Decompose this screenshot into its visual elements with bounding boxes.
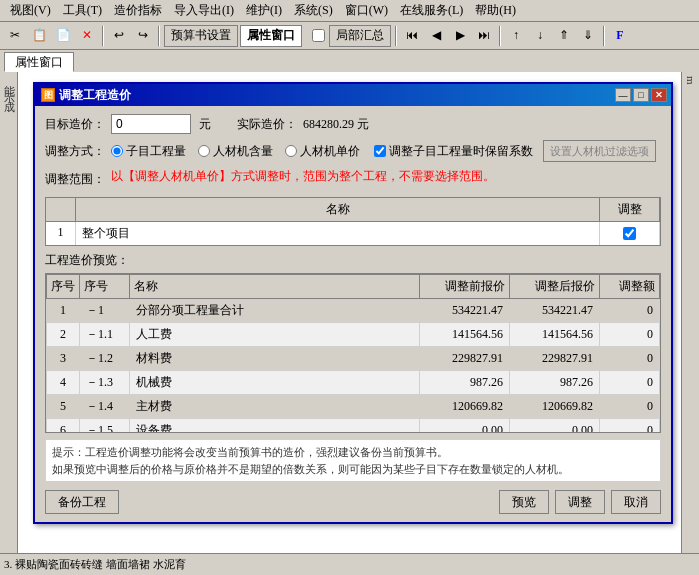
target-label: 目标造价： [45, 116, 105, 133]
sidebar-item-1[interactable]: 能 [0, 72, 19, 80]
bottom-right: 预览 调整 取消 [499, 490, 661, 514]
preview-row-1: 1 －1 分部分项工程量合计 534221.47 534221.47 0 [47, 299, 660, 323]
td-name-5: 主材费 [130, 395, 420, 419]
app-background: 视图(V) 工具(T) 造价指标 导入导出(I) 维护(I) 系统(S) 窗口(… [0, 0, 699, 575]
td-before-1: 534221.47 [420, 299, 510, 323]
preview-table: 序号 序号 名称 调整前报价 调整后报价 调整额 [46, 274, 660, 433]
keep-coeff-checkbox[interactable] [374, 145, 386, 157]
toolbar-nav-prev[interactable]: ◀ [425, 25, 447, 47]
th-seq-num: 序号 [47, 275, 80, 299]
menu-system[interactable]: 系统(S) [288, 0, 339, 21]
property-window-btn[interactable]: 属性窗口 [240, 25, 302, 47]
menu-online[interactable]: 在线服务(L) [394, 0, 469, 21]
preview-table-container[interactable]: 序号 序号 名称 调整前报价 调整后报价 调整额 [45, 273, 661, 433]
menu-window[interactable]: 窗口(W) [339, 0, 394, 21]
partial-summary-check[interactable] [312, 29, 325, 42]
row-checkbox[interactable] [623, 227, 636, 240]
toolbar-extra[interactable]: F [609, 25, 631, 47]
radio-item-3[interactable]: 人材机单价 [285, 143, 360, 160]
toolbar-scissors[interactable]: ✂ [4, 25, 26, 47]
target-price-input[interactable] [111, 114, 191, 134]
set-filter-btn[interactable]: 设置人材机过滤选项 [543, 140, 656, 162]
td-after-3: 229827.91 [510, 347, 600, 371]
menu-tools[interactable]: 工具(T) [57, 0, 108, 21]
modal-maximize-btn[interactable]: □ [633, 88, 649, 102]
th-name: 名称 [76, 198, 600, 221]
toolbar-nav-first[interactable]: ⏮ [401, 25, 423, 47]
unit-label: 元 [199, 116, 211, 133]
toolbar-nav-last[interactable]: ⏭ [473, 25, 495, 47]
radio-subitem-price[interactable] [285, 145, 297, 157]
toolbar-down[interactable]: ↓ [529, 25, 551, 47]
toolbar-file[interactable]: 📄 [52, 25, 74, 47]
td-rnum-2: 2 [47, 323, 80, 347]
modal-body: 目标造价： 元 实际造价： 684280.29 元 调整方式： [35, 106, 671, 522]
modal-overlay: 图 调整工程造价 — □ ✕ 目标造价： [18, 72, 681, 553]
toolbar-down2[interactable]: ⇓ [577, 25, 599, 47]
td-seq-3: －1.2 [80, 347, 130, 371]
main-workspace: 图 调整工程造价 — □ ✕ 目标造价： [18, 72, 681, 553]
toolbar-up2[interactable]: ⇑ [553, 25, 575, 47]
td-seq-4: －1.3 [80, 371, 130, 395]
bottom-buttons: 备份工程 预览 调整 取消 [45, 490, 661, 514]
sidebar-item-3[interactable]: 成 [0, 88, 19, 96]
right-sidebar-item: m [682, 72, 699, 89]
menu-bar: 视图(V) 工具(T) 造价指标 导入导出(I) 维护(I) 系统(S) 窗口(… [0, 0, 699, 22]
range-table: 名称 调整 1 整个项目 [45, 197, 661, 246]
radio-item-2[interactable]: 人材机含量 [198, 143, 273, 160]
menu-maintain[interactable]: 维护(I) [240, 0, 288, 21]
td-before-3: 229827.91 [420, 347, 510, 371]
adjust-btn[interactable]: 调整 [555, 490, 605, 514]
partial-summary-btn[interactable]: 局部汇总 [329, 25, 391, 47]
toolbar-nav-next[interactable]: ▶ [449, 25, 471, 47]
right-sidebar: m [681, 72, 699, 553]
adjust-range-row: 调整范围： 以【调整人材机单价】方式调整时，范围为整个工程，不需要选择范围。 [45, 168, 661, 191]
radio-item-1[interactable]: 子目工程量 [111, 143, 186, 160]
toolbar-undo[interactable]: ↩ [108, 25, 130, 47]
keep-coeff-checkbox-item[interactable]: 调整子目工程量时保留系数 [374, 143, 533, 160]
menu-price[interactable]: 造价指标 [108, 0, 168, 21]
modal-close-btn[interactable]: ✕ [651, 88, 667, 102]
th-num [46, 198, 76, 221]
th-pname: 名称 [130, 275, 420, 299]
radio-subitem-qty[interactable] [111, 145, 123, 157]
budget-settings-btn[interactable]: 预算书设置 [164, 25, 238, 47]
status-text: 3. 裸贴陶瓷面砖砖缝 墙面墙裙 水泥育 [4, 557, 186, 572]
toolbar-copy[interactable]: 📋 [28, 25, 50, 47]
preview-thead: 序号 序号 名称 调整前报价 调整后报价 调整额 [47, 275, 660, 299]
menu-help[interactable]: 帮助(H) [469, 0, 522, 21]
modal-title-icon: 图 [41, 88, 55, 102]
th-after: 调整后报价 [510, 275, 600, 299]
modal-title-text: 调整工程造价 [59, 87, 131, 104]
preview-row-3: 3 －1.2 材料费 229827.91 229827.91 0 [47, 347, 660, 371]
modal-minimize-btn[interactable]: — [615, 88, 631, 102]
tab-property-window[interactable]: 属性窗口 [4, 52, 74, 72]
toolbar: ✂ 📋 📄 ✕ ↩ ↪ 预算书设置 属性窗口 局部汇总 ⏮ ◀ ▶ ⏭ ↑ ↓ … [0, 22, 699, 50]
radio-subitem-content[interactable] [198, 145, 210, 157]
table-row: 1 整个项目 [46, 222, 660, 245]
td-check[interactable] [600, 222, 660, 245]
backup-btn[interactable]: 备份工程 [45, 490, 119, 514]
td-after-5: 120669.82 [510, 395, 600, 419]
separator-1 [102, 26, 104, 46]
toolbar-redo[interactable]: ↪ [132, 25, 154, 47]
status-bar: 3. 裸贴陶瓷面砖砖缝 墙面墙裙 水泥育 [0, 553, 699, 575]
menu-import[interactable]: 导入导出(I) [168, 0, 240, 21]
toolbar-up[interactable]: ↑ [505, 25, 527, 47]
preview-row-4: 4 －1.3 机械费 987.26 987.26 0 [47, 371, 660, 395]
th-adjust: 调整 [600, 198, 660, 221]
separator-2 [158, 26, 160, 46]
toolbar-delete[interactable]: ✕ [76, 25, 98, 47]
preview-btn[interactable]: 预览 [499, 490, 549, 514]
main-content: 能 示 成 图 调整工程造价 — □ ✕ [0, 72, 699, 553]
td-num: 1 [46, 222, 76, 245]
keep-coeff-label: 调整子目工程量时保留系数 [389, 143, 533, 160]
sidebar-item-2[interactable]: 示 [0, 80, 19, 88]
td-seq-2: －1.1 [80, 323, 130, 347]
td-rnum-4: 4 [47, 371, 80, 395]
modal-controls: — □ ✕ [615, 88, 667, 102]
warning-text: 以【调整人材机单价】方式调整时，范围为整个工程，不需要选择范围。 [111, 168, 495, 185]
cancel-btn[interactable]: 取消 [611, 490, 661, 514]
td-diff-5: 0 [600, 395, 660, 419]
menu-view[interactable]: 视图(V) [4, 0, 57, 21]
